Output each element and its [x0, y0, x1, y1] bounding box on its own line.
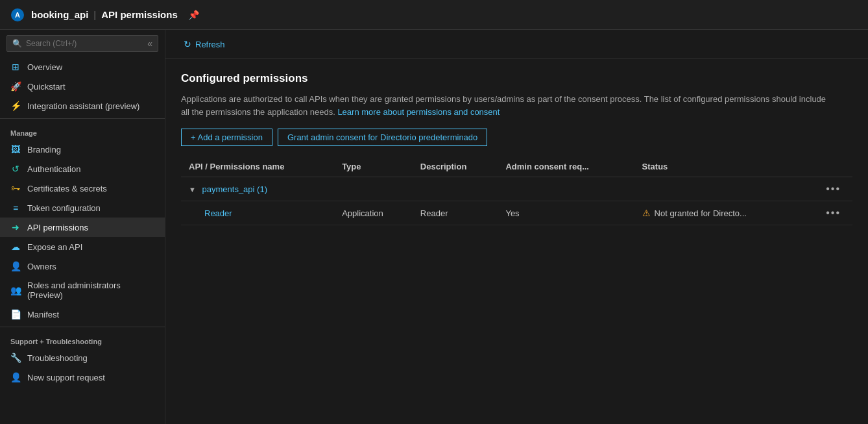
- permission-consent-cell: Yes: [498, 201, 634, 225]
- status-text: Not granted for Directo...: [655, 208, 747, 218]
- search-box[interactable]: 🔍 «: [6, 35, 158, 52]
- table-header: API / Permissions name Type Description …: [181, 156, 852, 177]
- overview-icon: ⊞: [10, 62, 21, 72]
- permissions-section: Configured permissions Applications are …: [165, 59, 868, 238]
- refresh-label: Refresh: [195, 40, 225, 49]
- collapse-sidebar-button[interactable]: «: [147, 38, 152, 49]
- sidebar-item-token-config[interactable]: ≡ Token configuration: [0, 198, 165, 218]
- sidebar-label-roles: Roles and administrators (Preview): [27, 281, 154, 300]
- sidebar-label-owners: Owners: [27, 262, 56, 271]
- table-row: ▼ payments_api (1) •••: [181, 177, 852, 201]
- quickstart-icon: 🚀: [10, 81, 21, 92]
- support-section-header: Support + Troubleshooting: [0, 330, 165, 348]
- search-icon: 🔍: [12, 39, 22, 48]
- sidebar-item-authentication[interactable]: ↺ Authentication: [0, 159, 165, 179]
- section-description: Applications are authorized to call APIs…: [181, 93, 830, 118]
- permission-type-cell: Application: [334, 201, 413, 225]
- content-area: ↻ Refresh Configured permissions Applica…: [165, 30, 868, 424]
- permission-description-cell: Reader: [413, 201, 498, 225]
- manifest-icon: 📄: [10, 309, 21, 319]
- col-status: Status: [634, 156, 800, 177]
- refresh-icon: ↻: [184, 39, 191, 49]
- sidebar-item-troubleshooting[interactable]: 🔧 Troubleshooting: [0, 348, 165, 368]
- expand-icon[interactable]: ▼: [189, 186, 196, 193]
- troubleshooting-icon: 🔧: [10, 353, 21, 363]
- expose-api-icon: ☁: [10, 242, 21, 252]
- sidebar-item-expose-api[interactable]: ☁ Expose an API: [0, 237, 165, 256]
- table-header-row: API / Permissions name Type Description …: [181, 156, 852, 177]
- sidebar-label-troubleshooting: Troubleshooting: [27, 353, 88, 363]
- col-description: Description: [413, 156, 498, 177]
- sidebar-item-branding[interactable]: 🖼 Branding: [0, 140, 165, 159]
- col-api-name: API / Permissions name: [181, 156, 334, 177]
- permissions-table: API / Permissions name Type Description …: [181, 156, 852, 225]
- description-text: Applications are authorized to call APIs…: [181, 94, 826, 117]
- roles-icon: 👥: [10, 285, 21, 295]
- integration-icon: ⚡: [10, 101, 21, 111]
- sidebar-label-certificates: Certificates & secrets: [27, 184, 107, 193]
- sidebar-item-new-support[interactable]: 👤 New support request: [0, 368, 165, 387]
- permission-status-cell: ⚠ Not granted for Directo...: [634, 201, 800, 225]
- title-separator: |: [93, 9, 96, 20]
- sidebar-item-owners[interactable]: 👤 Owners: [0, 256, 165, 276]
- sidebar-label-expose-api: Expose an API: [27, 242, 82, 252]
- sidebar-label-api-permissions: API permissions: [27, 223, 88, 232]
- app-name: booking_api: [31, 9, 88, 20]
- permission-link[interactable]: Reader: [189, 208, 232, 218]
- sidebar-label-integration: Integration assistant (preview): [27, 101, 139, 111]
- col-actions-header: [800, 156, 852, 177]
- sidebar-item-overview[interactable]: ⊞ Overview: [0, 57, 165, 77]
- group-actions-cell: •••: [800, 177, 852, 201]
- group-type-cell: [334, 177, 413, 201]
- sidebar-label-quickstart: Quickstart: [27, 82, 66, 92]
- group-status-cell: [634, 177, 800, 201]
- sidebar: 🔍 « ⊞ Overview 🚀 Quickstart ⚡ Integratio…: [0, 30, 165, 424]
- table-body: ▼ payments_api (1) •••: [181, 177, 852, 225]
- sidebar-item-manifest[interactable]: 📄 Manifest: [0, 305, 165, 324]
- sidebar-item-quickstart[interactable]: 🚀 Quickstart: [0, 77, 165, 96]
- certificates-icon: 🗝: [10, 183, 21, 193]
- col-admin-consent: Admin consent req...: [498, 156, 634, 177]
- add-permission-label: + Add a permission: [191, 132, 263, 142]
- group-name-cell: ▼ payments_api (1): [181, 177, 334, 201]
- refresh-button[interactable]: ↻ Refresh: [178, 36, 230, 52]
- sidebar-nav: ⊞ Overview 🚀 Quickstart ⚡ Integration as…: [0, 57, 165, 424]
- permission-more-button[interactable]: •••: [822, 206, 845, 220]
- sidebar-item-api-permissions[interactable]: ➜ API permissions: [0, 218, 165, 237]
- app-logo: A: [10, 8, 25, 22]
- branding-icon: 🖼: [10, 144, 21, 155]
- sidebar-label-branding: Branding: [27, 145, 61, 155]
- authentication-icon: ↺: [10, 164, 21, 174]
- sidebar-label-overview: Overview: [27, 62, 62, 72]
- sidebar-label-manifest: Manifest: [27, 310, 59, 319]
- page-header-title: booking_api | API permissions 📌: [31, 9, 199, 20]
- token-icon: ≡: [10, 203, 21, 213]
- sidebar-item-certificates[interactable]: 🗝 Certificates & secrets: [0, 179, 165, 198]
- top-bar: A booking_api | API permissions 📌: [0, 0, 868, 30]
- owners-icon: 👤: [10, 261, 21, 271]
- sidebar-label-new-support: New support request: [27, 373, 105, 382]
- api-permissions-icon: ➜: [10, 222, 21, 232]
- sidebar-label-authentication: Authentication: [27, 164, 80, 174]
- section-title: Configured permissions: [181, 72, 852, 85]
- group-name: payments_api (1): [202, 184, 267, 194]
- sidebar-label-token: Token configuration: [27, 203, 101, 213]
- group-description-cell: [413, 177, 498, 201]
- grant-consent-label: Grant admin consent for Directorio prede…: [287, 132, 477, 142]
- manage-section-header: Manage: [0, 121, 165, 140]
- add-permission-button[interactable]: + Add a permission: [181, 129, 272, 146]
- grant-consent-button[interactable]: Grant admin consent for Directorio prede…: [278, 129, 487, 146]
- not-granted-status: ⚠ Not granted for Directo...: [642, 208, 792, 218]
- permission-actions-cell: •••: [800, 201, 852, 225]
- table-row: Reader Application Reader Yes ⚠ Not gran…: [181, 201, 852, 225]
- sidebar-item-integration-assistant[interactable]: ⚡ Integration assistant (preview): [0, 96, 165, 116]
- sidebar-item-roles[interactable]: 👥 Roles and administrators (Preview): [0, 276, 165, 305]
- svg-text:A: A: [15, 11, 20, 19]
- learn-more-link[interactable]: Learn more about permissions and consent: [337, 107, 500, 117]
- group-more-button[interactable]: •••: [822, 182, 845, 196]
- pin-icon[interactable]: 📌: [188, 10, 199, 20]
- manage-divider: [0, 118, 165, 119]
- support-divider: [0, 327, 165, 327]
- search-input[interactable]: [26, 39, 143, 48]
- page-title: API permissions: [101, 9, 178, 20]
